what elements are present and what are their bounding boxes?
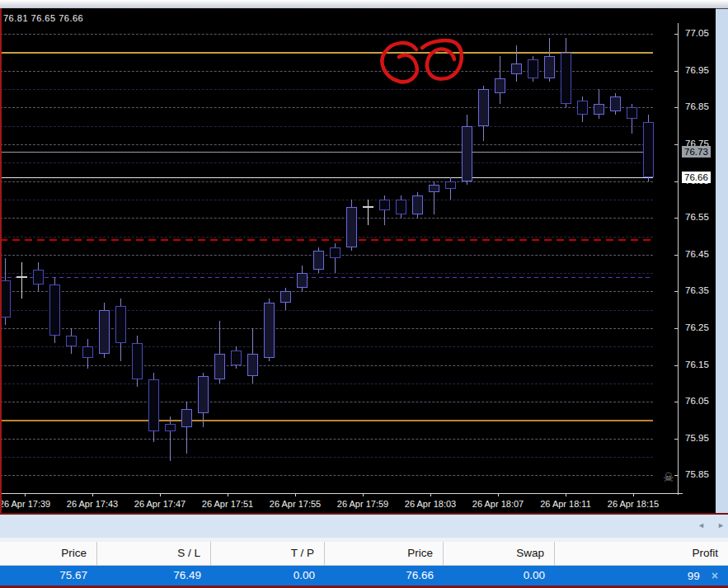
column-header-swap: Swap bbox=[444, 542, 555, 565]
price-tick bbox=[674, 402, 679, 402]
candlestick-plot[interactable] bbox=[0, 8, 657, 495]
candle-body bbox=[313, 251, 324, 270]
gridline bbox=[0, 144, 653, 145]
price-tick bbox=[674, 475, 679, 476]
candle-body bbox=[16, 276, 27, 278]
candle-body bbox=[297, 273, 308, 288]
order-cell: 76.49 bbox=[97, 566, 211, 586]
chart-area: 76.81 76.65 76.66 26 Apr 17:3926 Apr 17:… bbox=[0, 8, 716, 513]
order-cell: 0.00 bbox=[444, 566, 555, 586]
scroll-left-icon[interactable]: ◄ bbox=[697, 521, 705, 529]
candle-body bbox=[561, 53, 571, 104]
upper-orange-level bbox=[0, 52, 653, 54]
time-tick bbox=[25, 493, 26, 496]
price-tick-label: 76.05 bbox=[685, 396, 709, 406]
column-header-price: Price bbox=[0, 542, 97, 565]
lower-orange-level bbox=[0, 420, 653, 421]
time-axis: 26 Apr 17:3926 Apr 17:4326 Apr 17:4726 A… bbox=[0, 496, 683, 513]
stop-loss-line bbox=[0, 239, 653, 241]
time-tick-label: 26 Apr 17:55 bbox=[270, 499, 321, 509]
candle-body bbox=[214, 354, 225, 379]
candle-body bbox=[132, 343, 143, 379]
order-cell: 75.67 bbox=[0, 566, 97, 586]
candle-body bbox=[330, 247, 341, 258]
candle-body bbox=[181, 409, 192, 427]
candle-body bbox=[280, 291, 291, 303]
horizontal-scrollbar[interactable]: ◄ ► bbox=[0, 515, 728, 539]
candle-body bbox=[544, 56, 555, 78]
candle-body bbox=[627, 107, 637, 119]
price-tick-label: 77.05 bbox=[685, 28, 709, 38]
ask-price-line bbox=[0, 177, 653, 178]
order-cell: 0.00 bbox=[211, 566, 325, 586]
candle-body bbox=[198, 376, 209, 413]
gridline bbox=[0, 200, 653, 200]
chart-corner-icon: ☠ bbox=[663, 470, 674, 485]
candle-body bbox=[478, 89, 489, 126]
candle-wick bbox=[21, 262, 22, 299]
price-tick-label: 76.85 bbox=[685, 101, 709, 111]
candle-body bbox=[165, 424, 176, 431]
candle-body bbox=[231, 350, 242, 365]
candle-wick bbox=[368, 200, 369, 225]
time-tick-label: 26 Apr 18:03 bbox=[405, 499, 456, 509]
price-tick bbox=[674, 71, 679, 72]
time-tick bbox=[430, 493, 431, 496]
purple-level-line bbox=[0, 277, 653, 278]
price-tick bbox=[674, 365, 679, 366]
open-order-row[interactable]: 75.6776.490.0076.660.0099× bbox=[0, 566, 728, 586]
gridline bbox=[0, 291, 653, 292]
candle-body bbox=[49, 285, 60, 336]
time-tick-label: 26 Apr 17:43 bbox=[67, 499, 118, 509]
time-tick bbox=[633, 493, 634, 496]
price-tick-label: 76.95 bbox=[685, 65, 709, 75]
price-tick bbox=[674, 328, 679, 329]
price-tick bbox=[674, 255, 679, 256]
candle-body bbox=[495, 78, 505, 93]
candle-body bbox=[33, 270, 44, 285]
time-tick-label: 26 Apr 17:39 bbox=[0, 499, 50, 509]
candle-body bbox=[643, 122, 654, 177]
column-header-sl: S / L bbox=[97, 542, 211, 565]
gridline bbox=[0, 310, 653, 311]
gridline bbox=[0, 126, 653, 127]
time-tick bbox=[160, 493, 161, 496]
scroll-right-icon[interactable]: ► bbox=[717, 521, 725, 529]
price-tick bbox=[674, 291, 679, 292]
gridline bbox=[0, 475, 653, 476]
price-tick bbox=[674, 107, 679, 108]
gridline bbox=[0, 328, 653, 329]
time-tick bbox=[228, 493, 228, 496]
candle-body bbox=[412, 195, 423, 214]
close-position-icon[interactable]: × bbox=[712, 569, 718, 582]
time-tick-label: 26 Apr 18:07 bbox=[472, 499, 524, 509]
time-tick-label: 26 Apr 18:15 bbox=[608, 499, 659, 509]
order-cell: 99× bbox=[555, 566, 728, 586]
time-tick bbox=[295, 493, 296, 496]
price-tick bbox=[674, 218, 679, 219]
candle-body bbox=[82, 346, 93, 358]
gridline bbox=[0, 365, 653, 366]
chart-left-border bbox=[0, 8, 2, 513]
candle-body bbox=[247, 354, 258, 376]
gridline bbox=[0, 89, 653, 90]
gridline bbox=[0, 255, 653, 256]
candle-body bbox=[577, 101, 588, 115]
price-tick-label: 76.15 bbox=[685, 360, 709, 369]
candle-body bbox=[264, 303, 275, 358]
price-tag: 76.73 bbox=[682, 146, 711, 158]
time-tick bbox=[498, 493, 499, 496]
candle-body bbox=[148, 379, 159, 431]
gridline bbox=[0, 107, 653, 108]
time-axis-line bbox=[0, 493, 683, 494]
column-header-profit: Profit bbox=[555, 542, 728, 565]
gridline bbox=[0, 439, 653, 440]
time-tick-label: 26 Apr 17:47 bbox=[134, 499, 186, 509]
time-tick bbox=[92, 493, 93, 496]
annotation-scribble bbox=[371, 33, 474, 91]
gridline bbox=[0, 346, 653, 347]
gridline bbox=[0, 273, 653, 274]
candle-body bbox=[594, 104, 604, 115]
gridline bbox=[0, 34, 653, 35]
bid-price-line bbox=[0, 152, 653, 153]
